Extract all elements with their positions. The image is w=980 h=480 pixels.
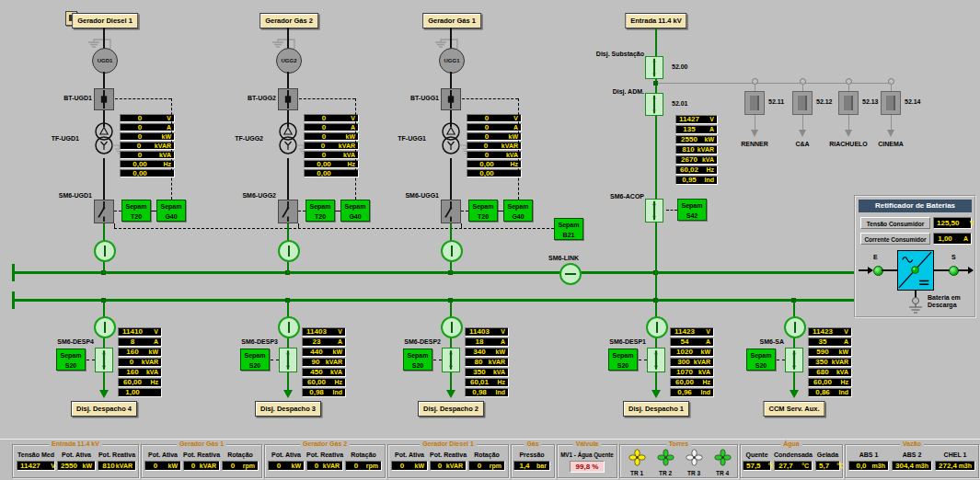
breaker-52-11-icon[interactable] bbox=[744, 91, 765, 115]
bus-link-label: SM6-LINK bbox=[548, 255, 579, 262]
tower-fan-tr4: TR 4 bbox=[710, 449, 734, 476]
breaker-52-00-icon[interactable] bbox=[645, 56, 663, 79]
sepam-b21-relay[interactable]: Sepam B21 bbox=[554, 218, 583, 240]
bus-disconnector-icon[interactable] bbox=[278, 240, 300, 262]
consumer-name: CINEMA bbox=[878, 141, 904, 148]
ground-icon bbox=[85, 32, 112, 49]
bus-disconnector-icon[interactable] bbox=[94, 240, 116, 262]
feeder-arrow-icon bbox=[283, 390, 293, 398]
feeder-name-label: SM6-DESP3 bbox=[212, 338, 278, 346]
meter-row: 60,02Hz bbox=[675, 166, 718, 175]
sm6-link-switch-icon[interactable] bbox=[559, 263, 582, 285]
sepam-t20-relay[interactable]: SepamT20 bbox=[121, 200, 151, 222]
meter-row: 0kW bbox=[467, 132, 522, 141]
feeder-meter-panel: 11423V35A590kW350kVAR680kVA60,00Hz0,86In… bbox=[808, 327, 852, 397]
rectifier-icon[interactable] bbox=[897, 250, 934, 291]
meter-row: 0kVAR bbox=[118, 358, 162, 367]
feeder-name-label: SM6-DESP4 bbox=[28, 338, 94, 346]
sepam-s20-relay[interactable]: SepamS20 bbox=[56, 349, 86, 371]
breaker-52-13-icon[interactable] bbox=[838, 91, 859, 115]
generator-breaker-icon[interactable] bbox=[94, 88, 114, 110]
meter-row: 0,00 bbox=[467, 169, 522, 177]
meter-row: 80kVAR bbox=[465, 358, 509, 367]
feeder-disconnector-icon[interactable] bbox=[94, 316, 116, 338]
generator-title-button[interactable]: Gerador Gás 1 bbox=[422, 13, 481, 29]
sepam-s20-relay[interactable]: SepamS20 bbox=[746, 349, 776, 371]
meter-row: 0kVAR bbox=[120, 142, 175, 150]
feeder-switch-icon[interactable] bbox=[442, 348, 460, 372]
breaker-52-14-icon[interactable] bbox=[881, 91, 901, 115]
consumer-voltage-label: Tensão Consumidor bbox=[860, 217, 930, 229]
sepam-t20-relay[interactable]: SepamT20 bbox=[306, 200, 335, 222]
despacho-button[interactable]: Disj. Despacho 3 bbox=[255, 401, 321, 417]
feeder-switch-icon[interactable] bbox=[647, 348, 665, 372]
sepam-s20-relay[interactable]: SepamS20 bbox=[240, 349, 270, 371]
scada-single-line-screen: Sepam B21 Gerador Diesel 1 UGD1 BT-UGD1 … bbox=[0, 0, 980, 480]
fan-icon bbox=[686, 449, 703, 466]
generator-title-button[interactable]: Gerador Diesel 1 bbox=[72, 13, 138, 29]
sepam-s20-relay[interactable]: SepamS20 bbox=[608, 349, 638, 371]
generator-unit-symbol[interactable]: UGD1 bbox=[92, 48, 118, 74]
sepam-g40-relay[interactable]: SepamG40 bbox=[156, 200, 186, 222]
sepam-g40-relay[interactable]: SepamG40 bbox=[340, 200, 370, 222]
generator-breaker-icon[interactable] bbox=[441, 88, 461, 110]
incomer-meter-panel: 11427V135A2550kW810kVAR2670kVA60,02Hz0,9… bbox=[675, 115, 718, 185]
sepam-s20-relay[interactable]: SepamS20 bbox=[403, 349, 432, 371]
feeder-disconnector-icon[interactable] bbox=[646, 316, 668, 338]
meter-row: 1,00 bbox=[118, 388, 162, 397]
despacho-button[interactable]: Disj. Despacho 1 bbox=[623, 401, 689, 417]
transformer-label: TF-UGG2 bbox=[217, 135, 263, 143]
sepam-t20-relay[interactable]: SepamT20 bbox=[468, 200, 498, 222]
meter-row: 60,00Hz bbox=[302, 378, 346, 387]
fan-icon bbox=[657, 449, 674, 466]
tower-fan-tr2: TR 2 bbox=[653, 449, 677, 476]
meter-row: 35A bbox=[808, 337, 852, 347]
generator-unit-symbol[interactable]: UGG1 bbox=[439, 48, 465, 74]
feeder-switch-icon[interactable] bbox=[279, 348, 297, 372]
feeder-disconnector-icon[interactable] bbox=[278, 316, 300, 338]
feeder-switch-icon[interactable] bbox=[785, 348, 803, 372]
tower-fan-tr1: TR 1 bbox=[625, 449, 649, 476]
feeder-disconnector-icon[interactable] bbox=[441, 316, 463, 338]
bus-disconnector-icon[interactable] bbox=[441, 240, 463, 262]
meter-row: 160kVA bbox=[118, 368, 162, 377]
status-value: 0kVAR bbox=[183, 461, 220, 471]
generator-title-button[interactable]: Gerador Gás 2 bbox=[259, 13, 318, 29]
consumer-name: RENNER bbox=[741, 141, 768, 148]
sepam-s42-relay[interactable]: SepamS42 bbox=[677, 199, 707, 221]
despacho-button[interactable]: Disj. Despacho 4 bbox=[71, 401, 137, 417]
statusbar-group-agua: Água Quente 57,5°C Condensada 27,7°C Gel… bbox=[740, 444, 843, 478]
sepam-g40-relay[interactable]: SepamG40 bbox=[503, 200, 533, 222]
sm6-switch-icon[interactable] bbox=[278, 200, 298, 223]
sm6-switch-icon[interactable] bbox=[94, 200, 114, 223]
bus-upper-end-cap bbox=[12, 264, 15, 281]
meter-row: 11423V bbox=[670, 327, 714, 337]
despacho-button[interactable]: Disj. Despacho 2 bbox=[418, 401, 484, 417]
ccm-serv-aux-button[interactable]: CCM Serv. Aux. bbox=[763, 401, 824, 417]
status-value: 0kW bbox=[268, 461, 305, 471]
meter-row: 1070kVA bbox=[670, 368, 714, 377]
meter-row: 60,01Hz bbox=[465, 378, 509, 387]
meter-row: 160kW bbox=[118, 348, 162, 357]
feeder-arrow-icon bbox=[751, 130, 758, 137]
meter-row: 60,00Hz bbox=[670, 378, 714, 387]
breaker-52-12-icon[interactable] bbox=[792, 91, 813, 115]
feeder-switch-icon[interactable] bbox=[95, 348, 113, 372]
breaker-52-01-icon[interactable] bbox=[645, 93, 663, 116]
feeder-meter-panel: 11410V8A160kW0kVAR160kVA60,00Hz1,00 bbox=[118, 327, 162, 397]
feeder-arrow-icon bbox=[651, 390, 661, 398]
meter-row: 0kW bbox=[304, 132, 359, 141]
sm6-acop-switch-icon[interactable] bbox=[645, 199, 663, 223]
status-value: 304,4m3h bbox=[892, 461, 932, 471]
generator-unit-symbol[interactable]: UGG2 bbox=[276, 48, 302, 74]
output-arrow-icon bbox=[968, 267, 974, 274]
meter-row: 0kVAR bbox=[467, 142, 522, 150]
incomer-title-button[interactable]: Entrada 11.4 kV bbox=[625, 13, 686, 29]
generator-breaker-icon[interactable] bbox=[278, 88, 298, 110]
meter-row: 0A bbox=[120, 123, 175, 131]
meter-row: 60,00Hz bbox=[808, 378, 852, 387]
meter-row: 0kVA bbox=[120, 151, 175, 159]
meter-row: 11427V bbox=[675, 115, 718, 124]
sm6-switch-icon[interactable] bbox=[441, 200, 461, 223]
feeder-disconnector-icon[interactable] bbox=[784, 316, 806, 338]
